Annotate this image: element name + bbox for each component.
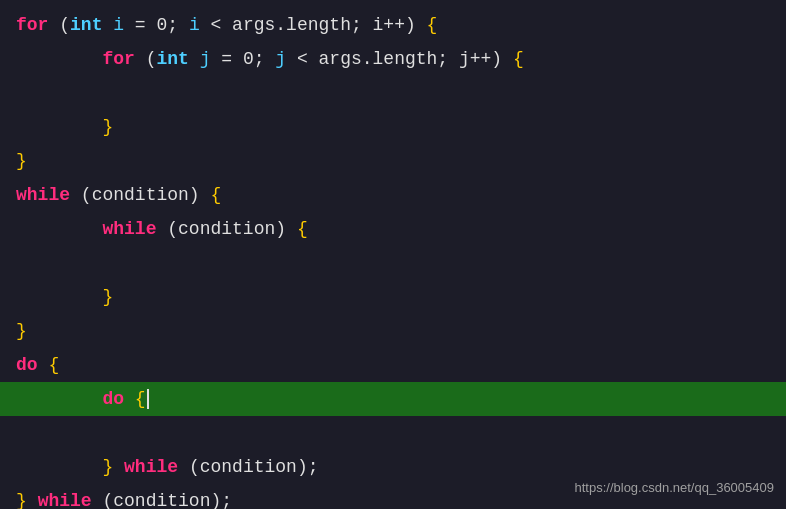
code-line-11: do { [0, 348, 786, 382]
code-line-8 [0, 246, 786, 280]
code-line-2: for (int j = 0; j < args.length; j++) { [0, 42, 786, 76]
code-line-9: } [0, 280, 786, 314]
code-line-12: do { [0, 382, 786, 416]
code-line-7: while (condition) { [0, 212, 786, 246]
code-line-1: for (int i = 0; i < args.length; i++) { [0, 8, 786, 42]
code-editor: for (int i = 0; i < args.length; i++) { … [0, 0, 786, 509]
code-line-4: } [0, 110, 786, 144]
code-line-5: } [0, 144, 786, 178]
watermark: https://blog.csdn.net/qq_36005409 [575, 477, 775, 499]
code-line-10: } [0, 314, 786, 348]
code-line-13 [0, 416, 786, 450]
code-line-6: while (condition) { [0, 178, 786, 212]
code-line-3 [0, 76, 786, 110]
